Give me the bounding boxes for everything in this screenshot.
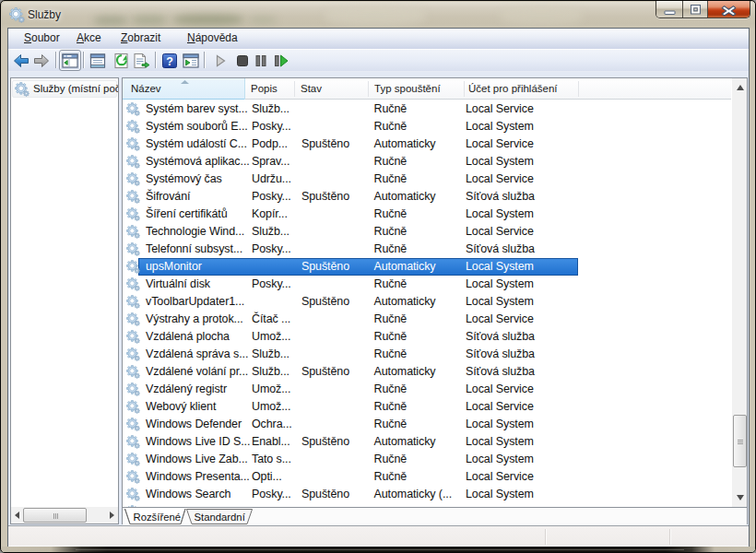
svg-text:Standardní: Standardní bbox=[195, 512, 246, 523]
svg-text:?: ? bbox=[166, 55, 173, 68]
svg-text:Rozšířené: Rozšířené bbox=[134, 512, 182, 523]
